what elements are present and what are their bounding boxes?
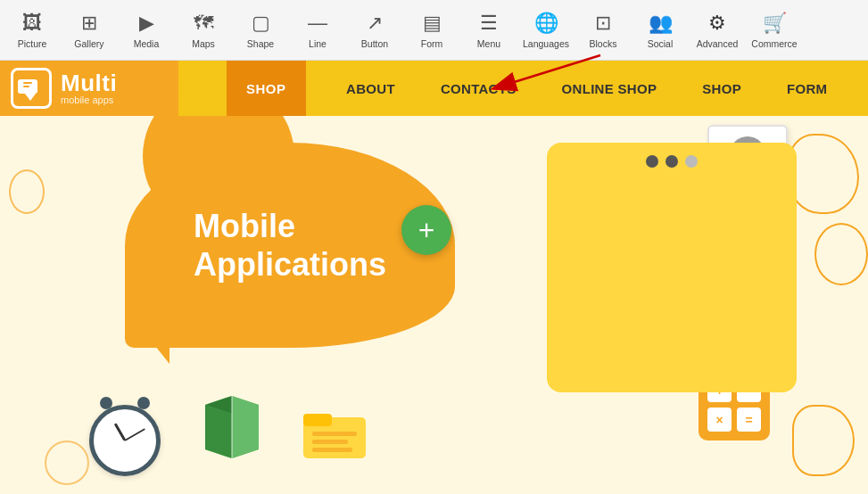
brand-icon	[11, 68, 52, 109]
svg-rect-12	[312, 440, 348, 444]
tool-social-label: Social	[648, 38, 674, 49]
brand: Multi mobile apps	[0, 61, 178, 116]
tool-menu[interactable]: ☰ Menu	[460, 4, 517, 57]
svg-marker-1	[25, 94, 36, 101]
hero-line1: Mobile	[194, 208, 295, 244]
commerce-icon: 🛒	[763, 12, 787, 35]
phone-dots	[646, 155, 698, 168]
folder-icon	[303, 407, 366, 458]
svg-rect-11	[312, 432, 357, 436]
clock-minute-hand	[125, 428, 146, 441]
nav-form[interactable]: FORM	[780, 81, 834, 96]
tool-commerce[interactable]: 🛒 Commerce	[746, 4, 803, 57]
navbar: Multi mobile apps SHOP ABOUT CONTACTS ON…	[0, 61, 868, 116]
clock-hour-hand	[114, 423, 127, 441]
clock-bell-left	[100, 397, 112, 409]
tool-maps-label: Maps	[192, 38, 215, 49]
media-icon: ▶	[139, 12, 154, 35]
deco-blob-3	[792, 405, 855, 476]
tool-advanced[interactable]: ⚙ Advanced	[689, 4, 746, 57]
nav-links: ABOUT CONTACTS ONLINE SHOP SHOP FORM	[306, 61, 868, 116]
nav-about[interactable]: ABOUT	[339, 81, 402, 96]
tool-maps[interactable]: 🗺 Maps	[175, 4, 232, 57]
tool-form-label: Form	[421, 38, 443, 49]
maps-icon: 🗺	[194, 12, 213, 35]
tool-media[interactable]: ▶ Media	[118, 4, 175, 57]
brand-sub: mobile apps	[61, 95, 117, 105]
add-button[interactable]: +	[401, 205, 451, 255]
svg-marker-6	[232, 396, 259, 458]
tool-button[interactable]: ↗ Button	[346, 4, 403, 57]
tool-button-label: Button	[361, 38, 388, 49]
form-icon: ▤	[423, 12, 442, 35]
svg-rect-2	[23, 82, 32, 84]
shop-active-tab[interactable]: SHOP	[227, 61, 306, 116]
clock-bells	[100, 397, 150, 409]
speech-bubble: Mobile Applications	[125, 143, 455, 348]
clock-icon	[89, 405, 161, 476]
dot-1	[646, 155, 658, 168]
languages-icon: 🌐	[534, 12, 558, 35]
brand-text: Multi mobile apps	[61, 71, 117, 105]
tool-line-label: Line	[309, 38, 327, 49]
advanced-icon: ⚙	[708, 12, 726, 35]
tool-line[interactable]: — Line	[289, 4, 346, 57]
tool-shape-label: Shape	[247, 38, 274, 49]
menu-icon: ☰	[480, 12, 498, 35]
picture-icon: 🖼	[22, 12, 42, 35]
deco-blob-1	[788, 134, 859, 214]
tool-picture[interactable]: 🖼 Picture	[4, 4, 61, 57]
blocks-icon: ⊡	[595, 12, 611, 35]
deco-blob-5	[9, 169, 45, 214]
calc-multiply: ×	[707, 408, 732, 432]
tool-form[interactable]: ▤ Form	[403, 4, 460, 57]
svg-marker-5	[205, 405, 232, 458]
tool-gallery-label: Gallery	[74, 38, 103, 49]
tool-menu-label: Menu	[477, 38, 500, 49]
dot-3	[685, 155, 698, 168]
shape-icon: ▢	[252, 12, 270, 35]
bubble-tail	[152, 342, 169, 364]
nav-shop[interactable]: SHOP	[695, 81, 748, 96]
tool-advanced-label: Advanced	[697, 38, 739, 49]
nav-online-shop[interactable]: ONLINE SHOP	[555, 81, 665, 96]
tool-blocks-label: Blocks	[590, 38, 617, 49]
nav-circle-deco	[182, 66, 227, 111]
tool-shape[interactable]: ▢ Shape	[232, 4, 289, 57]
svg-rect-10	[303, 414, 332, 426]
deco-blob-2	[814, 223, 868, 285]
clock-bell-right	[137, 397, 150, 409]
tool-languages-label: Languages	[523, 38, 569, 49]
tool-languages[interactable]: 🌐 Languages	[517, 4, 575, 57]
button-icon: ↗	[367, 12, 383, 35]
map-icon	[196, 396, 268, 458]
hero-text: Mobile Applications	[167, 189, 413, 301]
line-icon: —	[308, 12, 327, 35]
svg-rect-13	[312, 448, 352, 452]
brand-name: Multi	[61, 71, 117, 95]
tool-social[interactable]: 👥 Social	[632, 4, 689, 57]
phone-screen	[547, 143, 797, 392]
toolbar: 🖼 Picture ⊞ Gallery ▶ Media 🗺 Maps ▢ Sha…	[0, 0, 868, 61]
social-icon: 👥	[649, 12, 673, 35]
calc-equals: =	[737, 408, 761, 432]
gallery-icon: ⊞	[81, 12, 97, 35]
tool-media-label: Media	[134, 38, 160, 49]
deco-blob-4	[45, 440, 89, 485]
main-content: Mobile Applications +	[0, 116, 868, 494]
phone-area	[529, 125, 797, 401]
nav-contacts[interactable]: CONTACTS	[434, 81, 524, 96]
tool-picture-label: Picture	[18, 38, 47, 49]
tool-commerce-label: Commerce	[751, 38, 797, 49]
tool-blocks[interactable]: ⊡ Blocks	[575, 4, 632, 57]
hero-line2: Applications	[194, 246, 386, 283]
dot-2	[665, 155, 678, 168]
svg-rect-3	[23, 86, 29, 87]
tool-gallery[interactable]: ⊞ Gallery	[61, 4, 118, 57]
